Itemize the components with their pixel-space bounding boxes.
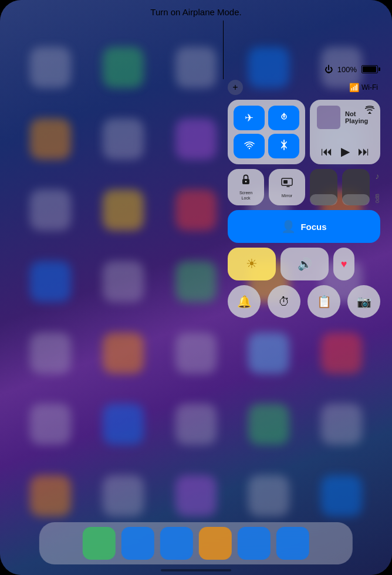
app-icon-blur	[248, 404, 289, 445]
svg-point-5	[245, 181, 246, 182]
notes-button[interactable]: 📋	[307, 285, 340, 318]
dock	[39, 522, 353, 564]
svg-point-1	[283, 116, 285, 118]
slider-fill-2	[342, 194, 370, 205]
play-button[interactable]: ▶	[341, 144, 350, 158]
app-icon-blur	[30, 119, 71, 160]
screen-mirror-button[interactable]: Mirror	[269, 169, 305, 205]
focus-icon: 👤	[281, 219, 296, 234]
wifi-button[interactable]	[234, 134, 265, 158]
power-icon: ⏻	[325, 65, 333, 74]
music-note-icon: ♪	[376, 171, 380, 181]
brightness-button[interactable]: ☀	[228, 248, 276, 280]
now-playing-panel: Not Playing ⏮ ▶ ⏭	[310, 100, 380, 164]
focus-label: Focus	[300, 222, 326, 232]
dock-icon-music[interactable]	[238, 527, 271, 560]
now-playing-top: Not Playing	[317, 106, 373, 129]
app-icon-blur	[321, 404, 362, 445]
forward-button[interactable]: ⏭	[358, 145, 370, 158]
dock-icon-messages[interactable]	[83, 527, 116, 560]
app-icon-blur	[103, 333, 144, 374]
tooltip-text: Turn on Airplane Mode.	[150, 7, 241, 17]
screen-mirror-icon	[281, 177, 293, 191]
heart-button[interactable]: ♥	[333, 248, 354, 280]
app-icon-blur	[175, 119, 217, 160]
volume-button[interactable]: 🔊	[281, 248, 329, 280]
dock-icon-safari[interactable]	[199, 527, 232, 560]
app-icon-blur	[30, 190, 71, 231]
cc-status-bar: ⏻ 100%	[228, 65, 380, 74]
brightness-volume-row: ☀ 🔊 ♥	[228, 248, 380, 280]
screen-mirror-label: Mirror	[282, 194, 292, 198]
cc-focus-row: 👤 Focus	[228, 210, 380, 243]
app-icon-blur	[30, 404, 71, 445]
bottom-buttons-row: 🔔 ⏱ 📋 📷	[228, 285, 380, 318]
rewind-button[interactable]: ⏮	[321, 145, 333, 158]
brightness-icon: ☀	[246, 256, 258, 272]
vertical-sliders	[310, 169, 370, 205]
app-icon-blur	[248, 475, 289, 516]
app-icon-blur	[175, 47, 217, 88]
volume-icon: 🔊	[298, 257, 312, 271]
connectivity-panel: ✈	[228, 100, 305, 164]
home-indicator[interactable]	[161, 569, 231, 571]
dark-slider-2[interactable]	[342, 169, 370, 205]
svg-rect-7	[283, 180, 288, 184]
app-icon-blur	[103, 47, 144, 88]
control-center: ⏻ 100% + 📶 Wi-Fi ✈	[228, 65, 380, 318]
screen-lock-icon	[240, 174, 252, 188]
app-icon-blur	[175, 261, 217, 302]
dock-icon-mail[interactable]	[160, 527, 193, 560]
airplane-icon: ✈	[245, 111, 254, 124]
svg-marker-3	[368, 111, 371, 114]
airplay-icon[interactable]	[365, 106, 374, 116]
svg-point-2	[248, 147, 249, 148]
bell-button[interactable]: 🔔	[228, 285, 261, 318]
ipad-frame: Turn on Airplane Mode. ⏻ 100% + 📶 Wi-Fi	[0, 0, 392, 575]
camera-icon: 📷	[357, 295, 371, 309]
airplane-mode-button[interactable]: ✈	[234, 106, 265, 130]
focus-button[interactable]: 👤 Focus	[228, 210, 380, 243]
tooltip-line	[223, 21, 224, 79]
cc-row-2: ScreenLock Mirror	[228, 169, 380, 205]
music-artwork	[317, 106, 340, 129]
app-icon-blur	[103, 475, 144, 516]
cc-main-row: ✈	[228, 100, 380, 164]
app-icon-blur	[321, 475, 362, 516]
add-button[interactable]: +	[228, 80, 243, 95]
battery-icon	[361, 65, 378, 73]
airdrop-icon	[279, 111, 289, 124]
screen-lock-button[interactable]: ScreenLock	[228, 169, 264, 205]
bluetooth-button[interactable]	[268, 134, 299, 158]
app-icon-blur	[175, 475, 217, 516]
notes-icon: 📋	[317, 295, 332, 309]
bluetooth-icon	[281, 140, 288, 153]
dock-icon-settings[interactable]	[276, 527, 309, 560]
app-icon-blur	[103, 190, 144, 231]
app-icon-blur	[175, 404, 217, 445]
app-icon-blur	[321, 333, 362, 374]
playback-controls: ⏮ ▶ ⏭	[317, 144, 373, 158]
app-icon-blur	[30, 261, 71, 302]
app-icon-blur	[103, 119, 144, 160]
dock-icon-phone[interactable]	[121, 527, 154, 560]
airdrop-button[interactable]	[268, 106, 299, 130]
app-icon-blur	[103, 404, 144, 445]
timer-icon: ⏱	[278, 295, 290, 309]
app-icon-blur	[103, 261, 144, 302]
slider-fill-1	[310, 194, 337, 205]
wifi-label: Wi-Fi	[361, 83, 378, 92]
app-icon-blur	[30, 333, 71, 374]
camera-button[interactable]: 📷	[347, 285, 380, 318]
app-icon-blur	[175, 190, 217, 231]
battery-percent: 100%	[337, 65, 357, 74]
app-icon-blur	[30, 47, 71, 88]
app-icon-blur	[175, 333, 217, 374]
app-icon-blur	[30, 475, 71, 516]
timer-button[interactable]: ⏱	[268, 285, 300, 318]
app-icon-blur	[248, 333, 289, 374]
wifi-icon	[244, 140, 255, 153]
heart-icon: ♥	[341, 258, 347, 270]
screen-lock-label: ScreenLock	[239, 191, 252, 201]
dark-slider-1[interactable]	[310, 169, 337, 205]
